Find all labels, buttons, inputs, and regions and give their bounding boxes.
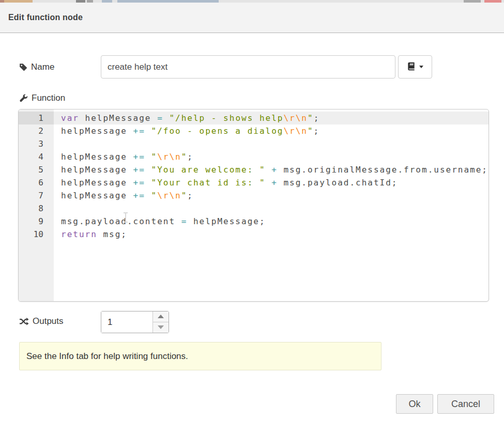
tag-icon — [19, 63, 27, 71]
code-line[interactable]: 8 — [19, 202, 488, 215]
form-tip-text: See the Info tab for help writing functi… — [26, 351, 188, 361]
line-number: 1 — [19, 112, 54, 124]
arrow-down-icon — [158, 325, 164, 329]
code-text — [54, 137, 488, 150]
code-text: var helpMessage = "/help - shows help\r\… — [54, 112, 488, 124]
code-text: return msg; — [54, 228, 488, 241]
wrench-icon — [19, 94, 28, 103]
name-input[interactable] — [101, 55, 395, 79]
outputs-label-text: Outputs — [33, 316, 64, 326]
line-number: 3 — [19, 137, 54, 150]
cancel-button[interactable]: Cancel — [437, 394, 494, 414]
line-number: 10 — [19, 228, 54, 241]
code-line[interactable]: 4helpMessage += "\r\n"; — [19, 150, 488, 163]
name-label-text: Name — [31, 62, 54, 72]
line-number: 6 — [19, 176, 54, 189]
outputs-input[interactable] — [101, 311, 152, 333]
edit-function-dialog: Edit function node Name Function 1var he… — [0, 0, 504, 421]
code-lines: 1var helpMessage = "/help - shows help\r… — [19, 110, 488, 301]
dialog-title: Edit function node — [0, 3, 504, 33]
dialog-titlebar: Edit function node — [0, 3, 504, 33]
spinner-buttons — [152, 311, 169, 333]
line-number: 4 — [19, 150, 54, 163]
random-icon — [19, 318, 29, 325]
code-text: helpMessage += "Your chat id is: " + msg… — [54, 176, 488, 189]
code-text: helpMessage += "You are welcome: " + msg… — [54, 163, 488, 176]
function-label-text: Function — [32, 93, 65, 103]
code-line[interactable]: 5helpMessage += "You are welcome: " + ms… — [19, 163, 488, 176]
spinner-down-button[interactable] — [153, 322, 169, 333]
name-label: Name — [19, 62, 54, 72]
code-text: helpMessage += "/foo - opens a dialog\r\… — [54, 124, 488, 137]
function-label: Function — [19, 93, 65, 103]
spinner-up-button[interactable] — [153, 311, 169, 322]
code-line[interactable]: 1var helpMessage = "/help - shows help\r… — [19, 112, 488, 124]
library-button[interactable] — [398, 55, 432, 79]
line-number: 2 — [19, 124, 54, 137]
outputs-label: Outputs — [19, 316, 64, 326]
code-text — [54, 202, 488, 215]
code-text: helpMessage += "\r\n"; — [54, 189, 488, 202]
code-text: msg.payload.content = helpMessage; — [54, 215, 488, 228]
outputs-spinner — [101, 311, 169, 333]
book-icon — [407, 62, 416, 72]
code-line[interactable]: 3 — [19, 137, 488, 150]
code-line[interactable]: 9msg.payload.content = helpMessage; — [19, 215, 488, 228]
code-line[interactable]: 6helpMessage += "Your chat id is: " + ms… — [19, 176, 488, 189]
ok-button[interactable]: Ok — [396, 394, 433, 414]
line-number: 5 — [19, 163, 54, 176]
line-number: 7 — [19, 189, 54, 202]
form-tip: See the Info tab for help writing functi… — [19, 342, 381, 370]
code-editor[interactable]: 1var helpMessage = "/help - shows help\r… — [18, 109, 489, 302]
code-line[interactable]: 10return msg; — [19, 228, 488, 241]
caret-down-icon — [419, 66, 423, 68]
arrow-up-icon — [158, 315, 164, 318]
line-number: 9 — [19, 215, 54, 228]
code-line[interactable]: 2helpMessage += "/foo - opens a dialog\r… — [19, 124, 488, 137]
line-number: 8 — [19, 202, 54, 215]
code-text: helpMessage += "\r\n"; — [54, 150, 488, 163]
code-line[interactable]: 7helpMessage += "\r\n"; — [19, 189, 488, 202]
